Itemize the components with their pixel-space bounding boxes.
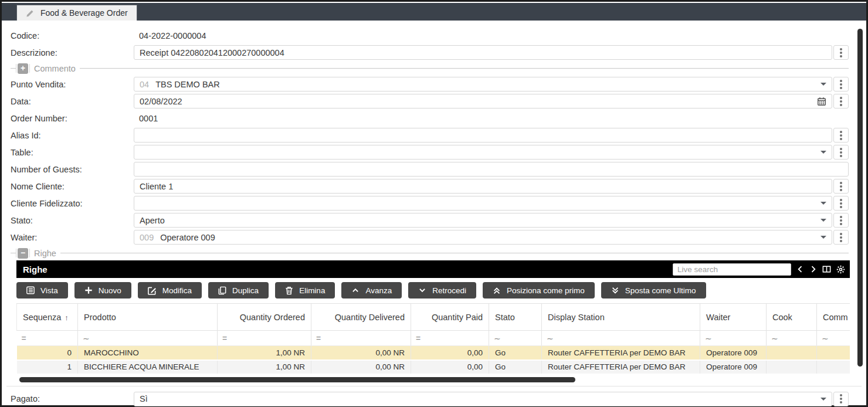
copy-icon bbox=[218, 286, 226, 295]
table-cell[interactable]: Operatore 009 bbox=[700, 360, 767, 374]
table-cell[interactable]: 0 bbox=[17, 346, 78, 360]
filter-contains-cell[interactable]: ∼ bbox=[700, 331, 767, 346]
elimina-button[interactable]: Elimina bbox=[275, 282, 335, 299]
chevron-down-icon[interactable] bbox=[820, 151, 826, 154]
commento-expand-button[interactable]: + bbox=[18, 63, 28, 74]
waiter-menu-button[interactable] bbox=[833, 230, 849, 245]
cliente-fidelizzato-select[interactable] bbox=[134, 196, 832, 211]
pagato-menu-button[interactable] bbox=[833, 392, 849, 406]
data-input[interactable]: 02/08/2022 bbox=[134, 94, 832, 108]
table-cell[interactable]: 1 bbox=[17, 360, 78, 374]
filter-equals-cell[interactable]: = bbox=[218, 331, 311, 346]
number-of-guests-input[interactable] bbox=[134, 162, 849, 177]
righe-table: Sequenza↑ProdottoQuantity OrderedQuantit… bbox=[16, 303, 850, 375]
table-cell[interactable] bbox=[767, 346, 817, 360]
filter-contains-cell[interactable]: ∼ bbox=[78, 331, 218, 346]
table-select[interactable] bbox=[134, 145, 832, 160]
columns-icon[interactable] bbox=[822, 265, 831, 273]
table-cell[interactable]: 0,00 bbox=[411, 346, 489, 360]
field-row-descrizione: Descrizione: Receipt 0422080204120002700… bbox=[11, 44, 849, 61]
table-cell[interactable]: 1,00 NR bbox=[218, 360, 311, 374]
vista-button[interactable]: Vista bbox=[16, 282, 68, 299]
table-row[interactable]: 0MAROCCHINO1,00 NR0,00 NR0,00GoRouter CA… bbox=[17, 346, 850, 360]
filter-contains-cell[interactable]: ∼ bbox=[542, 331, 700, 346]
tab-food-beverage-order[interactable]: Food & Beverage Order bbox=[16, 5, 137, 21]
table-cell[interactable] bbox=[767, 360, 817, 374]
alias-id-input[interactable] bbox=[134, 128, 832, 143]
table-cell[interactable]: 0,00 bbox=[411, 360, 489, 374]
modifica-button[interactable]: Modifica bbox=[138, 282, 202, 299]
live-search-input[interactable] bbox=[673, 263, 791, 276]
divider bbox=[16, 249, 16, 257]
table-cell[interactable]: Go bbox=[489, 346, 542, 360]
avanza-button[interactable]: Avanza bbox=[341, 282, 402, 299]
stato-select[interactable]: Aperto bbox=[134, 213, 832, 228]
table-cell[interactable]: 0,00 NR bbox=[311, 360, 411, 374]
table-cell[interactable]: Router CAFFETTERIA per DEMO BAR bbox=[542, 346, 700, 360]
filter-equals-cell[interactable]: = bbox=[311, 331, 411, 346]
column-header-stato[interactable]: Stato bbox=[489, 304, 542, 331]
column-header-sequenza[interactable]: Sequenza↑ bbox=[17, 304, 78, 331]
data-value: 02/08/2022 bbox=[140, 97, 182, 106]
filter-contains-cell[interactable]: ∼ bbox=[817, 331, 850, 346]
pagato-select[interactable]: Sì bbox=[134, 392, 832, 406]
nuovo-button[interactable]: Nuovo bbox=[74, 282, 131, 299]
table-cell[interactable]: BICCHIERE ACQUA MINERALE bbox=[78, 360, 218, 374]
field-row-waiter: Waiter: 009 Operatore 009 bbox=[11, 229, 849, 246]
filter-equals-cell[interactable]: = bbox=[411, 331, 489, 346]
filter-contains-cell[interactable]: ∼ bbox=[489, 331, 542, 346]
table-cell[interactable]: MAROCCHINO bbox=[78, 346, 218, 360]
retrocedi-button[interactable]: Retrocedi bbox=[408, 282, 476, 299]
kebab-icon bbox=[840, 219, 842, 222]
chevron-down-icon[interactable] bbox=[820, 83, 826, 86]
table-cell[interactable]: Go bbox=[489, 360, 542, 374]
divider bbox=[29, 249, 30, 257]
chevron-right-icon[interactable] bbox=[809, 265, 817, 273]
chevron-left-icon[interactable] bbox=[796, 265, 804, 273]
column-header-display-station[interactable]: Display Station bbox=[542, 304, 700, 331]
chevron-down-icon[interactable] bbox=[820, 202, 826, 205]
descrizione-menu-button[interactable] bbox=[833, 45, 849, 60]
horizontal-scrollbar-thumb[interactable] bbox=[19, 377, 575, 382]
data-label: Data: bbox=[11, 97, 134, 106]
cliente-fidelizzato-menu-button[interactable] bbox=[833, 196, 849, 211]
horizontal-scrollbar[interactable] bbox=[16, 376, 850, 384]
calendar-icon[interactable] bbox=[817, 97, 826, 106]
column-header-comm[interactable]: Comm bbox=[817, 304, 850, 331]
alias-id-menu-button[interactable] bbox=[833, 128, 849, 143]
table-menu-button[interactable] bbox=[833, 145, 849, 160]
stato-menu-button[interactable] bbox=[833, 213, 849, 228]
filter-contains-cell[interactable]: ∼ bbox=[767, 331, 817, 346]
data-menu-button[interactable] bbox=[833, 94, 849, 108]
duplica-button[interactable]: Duplica bbox=[208, 282, 269, 299]
chevron-down-icon[interactable] bbox=[820, 219, 826, 222]
punto-vendita-select[interactable]: 04 TBS DEMO BAR bbox=[134, 77, 832, 91]
vertical-scrollbar-thumb[interactable] bbox=[857, 29, 863, 367]
column-header-quantity-ordered[interactable]: Quantity Ordered bbox=[218, 304, 311, 331]
sposta-come-ultimo-button[interactable]: Sposta come Ultimo bbox=[601, 282, 706, 299]
nome-cliente-menu-button[interactable] bbox=[833, 179, 849, 194]
table-cell[interactable] bbox=[817, 346, 850, 360]
table-cell[interactable]: 0,00 NR bbox=[311, 346, 411, 360]
column-header-quantity-delivered[interactable]: Quantity Delivered bbox=[311, 304, 411, 331]
column-header-waiter[interactable]: Waiter bbox=[700, 304, 767, 331]
posiziona-come-primo-button[interactable]: Posiziona come primo bbox=[483, 282, 595, 299]
punto-vendita-menu-button[interactable] bbox=[833, 77, 849, 91]
chevron-down-icon[interactable] bbox=[820, 236, 826, 239]
table-cell[interactable]: Operatore 009 bbox=[700, 346, 767, 360]
nome-cliente-input[interactable]: Cliente 1 bbox=[134, 179, 832, 194]
righe-collapse-button[interactable]: − bbox=[18, 248, 28, 259]
waiter-select[interactable]: 009 Operatore 009 bbox=[134, 230, 832, 245]
column-header-prodotto[interactable]: Prodotto bbox=[78, 304, 218, 331]
double-chevron-up-icon bbox=[493, 286, 501, 295]
table-row[interactable]: 1BICCHIERE ACQUA MINERALE1,00 NR0,00 NR0… bbox=[17, 360, 850, 374]
descrizione-input[interactable]: Receipt 042208020412000270000004 bbox=[134, 45, 832, 60]
table-cell[interactable]: 1,00 NR bbox=[218, 346, 311, 360]
table-cell[interactable]: Router CAFFETTERIA per DEMO BAR bbox=[542, 360, 700, 374]
gear-icon[interactable] bbox=[836, 265, 845, 274]
chevron-down-icon[interactable] bbox=[820, 398, 826, 401]
column-header-cook[interactable]: Cook bbox=[767, 304, 817, 331]
column-header-quantity-paid[interactable]: Quantity Paid bbox=[411, 304, 489, 331]
table-cell[interactable] bbox=[817, 360, 850, 374]
filter-equals-cell[interactable]: = bbox=[17, 331, 78, 346]
